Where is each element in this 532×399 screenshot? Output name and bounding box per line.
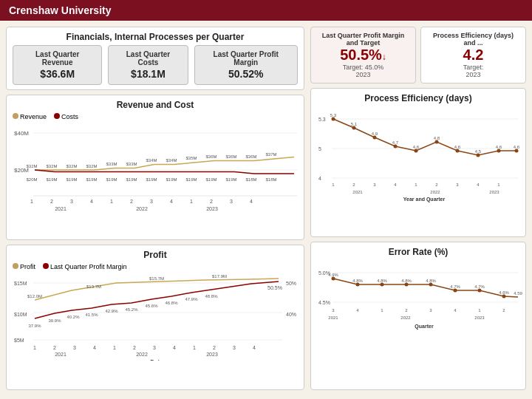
- svg-point-104: [352, 126, 356, 130]
- svg-text:4: 4: [394, 183, 397, 187]
- svg-text:$33M: $33M: [126, 162, 137, 166]
- svg-text:45.6%: 45.6%: [145, 304, 158, 308]
- svg-text:3: 3: [150, 199, 153, 204]
- svg-text:4.6: 4.6: [413, 145, 420, 149]
- svg-text:1: 1: [497, 183, 500, 187]
- svg-text:$35M: $35M: [185, 156, 197, 160]
- error-rate-chart: Error Rate (%) 5.0% 4.5% 4.9% 4.8%: [310, 242, 526, 391]
- kpi-margin-value: 50.52%: [202, 68, 290, 80]
- svg-text:42.9%: 42.9%: [105, 309, 118, 313]
- svg-text:45.2%: 45.2%: [125, 307, 138, 312]
- svg-point-144: [429, 282, 433, 286]
- svg-text:Year and Quarter: Year and Quarter: [403, 197, 446, 202]
- profit-margin-kpi-title: Last Quarter Profit Margin and Target: [317, 32, 409, 47]
- revenue-legend-item: Revenue: [13, 113, 47, 120]
- svg-text:$20M: $20M: [26, 177, 37, 182]
- svg-text:$37M: $37M: [265, 152, 276, 157]
- profit-margin-kpi-year: 2023: [317, 71, 409, 78]
- revenue-cost-chart: Revenue and Cost Revenue Costs $40M $20M: [6, 95, 304, 240]
- svg-text:2: 2: [130, 199, 133, 204]
- profit-margin-kpi-value: 50.5%↓: [317, 47, 409, 64]
- svg-text:3: 3: [429, 308, 432, 313]
- svg-text:4: 4: [477, 183, 480, 187]
- svg-text:50.5%: 50.5%: [267, 285, 282, 290]
- svg-text:4: 4: [318, 176, 321, 181]
- svg-text:$5M: $5M: [14, 338, 24, 343]
- svg-text:4.8%: 4.8%: [352, 279, 363, 283]
- profit-margin-kpi-target: Target: 45.0%: [317, 64, 409, 71]
- svg-text:4.8: 4.8: [434, 136, 440, 140]
- svg-text:2023: 2023: [206, 352, 218, 357]
- kpi-revenue-value: $36.6M: [21, 68, 94, 80]
- svg-text:$32M: $32M: [46, 164, 57, 168]
- revenue-cost-svg-container: $40M $20M $32M: [13, 122, 298, 212]
- svg-point-146: [478, 288, 482, 292]
- svg-text:3: 3: [456, 183, 459, 187]
- svg-text:1: 1: [415, 183, 417, 187]
- app-title: Crenshaw University: [9, 4, 112, 16]
- efficiency-kpi-target: Target:: [427, 64, 519, 71]
- svg-text:2021: 2021: [55, 206, 66, 211]
- svg-text:2022: 2022: [430, 190, 440, 194]
- svg-text:$32M: $32M: [26, 164, 37, 168]
- error-rate-svg: 5.0% 4.5% 4.9% 4.8% 4.8% 4.8% 4.8% 4.7%: [317, 260, 524, 341]
- svg-text:2: 2: [502, 308, 505, 313]
- financials-title: Financials, Internal Processes per Quart…: [13, 32, 298, 42]
- efficiency-kpi-year: 2023: [427, 71, 519, 78]
- svg-text:5: 5: [318, 146, 321, 151]
- kpi-costs-label: Last Quarter Costs: [116, 50, 180, 66]
- svg-text:4.6%: 4.6%: [499, 290, 509, 295]
- costs-legend-item: Costs: [54, 113, 78, 120]
- efficiency-title: Process Efficiency (days): [317, 93, 519, 103]
- svg-text:3: 3: [153, 345, 156, 350]
- efficiency-svg-container: 5.3 5 4 5.3 5.1 4.9 4.7: [317, 106, 519, 204]
- svg-text:40%: 40%: [286, 312, 296, 317]
- svg-text:3: 3: [332, 308, 335, 313]
- kpi-revenue-label: Last Quarter Revenue: [21, 50, 94, 66]
- profit-title: Profit: [13, 250, 298, 260]
- svg-text:5.1: 5.1: [351, 122, 358, 126]
- svg-text:$17.9M: $17.9M: [212, 274, 227, 279]
- svg-text:$33M: $33M: [106, 162, 117, 166]
- svg-text:4: 4: [253, 345, 256, 350]
- svg-text:3: 3: [230, 199, 233, 204]
- svg-text:2023: 2023: [206, 206, 218, 211]
- svg-text:$19M: $19M: [46, 177, 57, 182]
- svg-text:41.5%: 41.5%: [85, 313, 98, 317]
- left-panel: Financials, Internal Processes per Quart…: [0, 21, 310, 396]
- svg-text:4.8%: 4.8%: [377, 279, 387, 283]
- svg-text:2021: 2021: [55, 352, 66, 357]
- svg-text:2023: 2023: [489, 190, 499, 194]
- svg-point-143: [405, 282, 409, 286]
- svg-text:2: 2: [435, 183, 438, 187]
- svg-text:2: 2: [210, 199, 213, 204]
- svg-point-147: [502, 294, 506, 298]
- efficiency-kpi: Process Efficiency (days) and ... 4.2 Ta…: [420, 27, 526, 83]
- svg-text:2021: 2021: [328, 316, 338, 320]
- svg-text:$34M: $34M: [166, 158, 177, 163]
- svg-text:2022: 2022: [400, 316, 411, 320]
- svg-text:$15M: $15M: [14, 281, 27, 286]
- profit-chart: Profit Profit Last Quarter Profit Margin…: [6, 245, 304, 390]
- svg-text:$12.0M: $12.0M: [27, 294, 42, 299]
- revenue-cost-svg: $40M $20M $32M: [13, 122, 301, 211]
- profit-legend-item: Profit: [13, 263, 35, 270]
- svg-text:1: 1: [193, 345, 196, 350]
- efficiency-chart: Process Efficiency (days) 5.3 5 4: [310, 88, 526, 237]
- svg-point-140: [332, 276, 335, 280]
- svg-point-112: [515, 149, 519, 153]
- svg-text:Quarter: Quarter: [415, 324, 434, 330]
- svg-point-141: [356, 282, 360, 286]
- profit-svg-container: $15M $10M $5M 50% 40%: [13, 272, 298, 362]
- svg-text:4.8%: 4.8%: [426, 279, 436, 283]
- profit-margin-kpi: Last Quarter Profit Margin and Target 50…: [310, 27, 416, 83]
- kpi-margin-label: Last Quarter Profit Margin: [202, 50, 290, 66]
- svg-text:4.5%: 4.5%: [318, 300, 330, 305]
- svg-text:4.6: 4.6: [496, 145, 502, 149]
- svg-text:Date: Date: [150, 358, 163, 361]
- svg-text:4: 4: [93, 345, 96, 350]
- svg-point-106: [394, 145, 398, 149]
- svg-text:3: 3: [233, 345, 236, 350]
- svg-text:$19M: $19M: [146, 177, 157, 182]
- svg-text:4: 4: [90, 199, 93, 204]
